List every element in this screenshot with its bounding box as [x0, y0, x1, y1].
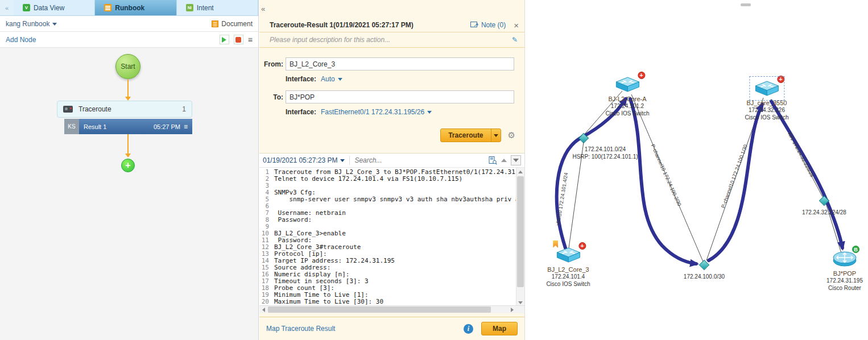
settings-gear-icon[interactable]: ⚙: [508, 130, 515, 140]
document-button[interactable]: Document: [212, 20, 253, 28]
to-label: To:: [263, 93, 283, 101]
tab-runbook-label: Runbook: [115, 4, 144, 12]
map-button[interactable]: Map: [481, 322, 518, 335]
path-core3550-to-pop: [771, 101, 842, 248]
horizontal-scrollbar[interactable]: [259, 305, 524, 313]
to-input[interactable]: [286, 90, 514, 103]
scroll-right-arrow[interactable]: [508, 306, 516, 313]
switch-icon: [555, 247, 581, 263]
traceroute-dropdown-button[interactable]: [491, 129, 501, 142]
router-icon: [832, 251, 857, 267]
device-icon-wrap[interactable]: +: [754, 80, 780, 98]
to-interface-label: Interface:: [286, 108, 316, 116]
tab-data-view[interactable]: V Data View: [14, 0, 95, 15]
play-icon: [222, 37, 226, 43]
to-interface-select[interactable]: FastEthernet0/1 172.24.31.195/26: [321, 108, 432, 116]
plus-badge[interactable]: +: [578, 242, 586, 250]
vertical-scroll-thumb[interactable]: [517, 176, 524, 287]
traceroute-path: [557, 99, 842, 264]
export-result-icon[interactable]: [489, 156, 497, 165]
network-label: 172.24.101.0/24HSRP: 100(172.24.101.1): [572, 146, 638, 160]
stop-icon: [235, 37, 241, 43]
intent-icon: NI: [186, 4, 193, 11]
device-icon-wrap[interactable]: +: [555, 247, 581, 265]
note-label: Note (0): [481, 21, 506, 29]
next-match-button[interactable]: [511, 155, 521, 165]
add-node-button[interactable]: Add Node: [6, 36, 36, 44]
topology-edges: [526, 0, 868, 340]
action-button-row: Traceroute ⚙: [259, 128, 524, 142]
device-node[interactable]: +BJ_L2_Core_3172.24.101.4Cisco IOS Switc…: [546, 247, 590, 288]
panel-title: Traceroute-Result 1(01/19/2021 05:27:17 …: [270, 21, 414, 29]
result-user-badge: KS: [64, 119, 79, 134]
chevron-down-icon: [427, 111, 432, 114]
topology-map[interactable]: +BJ-L2-Core-A172.24.101.2Cisco IOS Switc…: [526, 0, 868, 340]
device-ip: 172.24.101.2: [605, 102, 649, 110]
path-coreA-to-net100: [630, 99, 696, 264]
result-menu-icon[interactable]: ≡: [184, 123, 188, 131]
stop-button[interactable]: [234, 35, 243, 44]
scroll-left-arrow[interactable]: [259, 306, 267, 313]
console-line: 20Maximum Time to Live [30]: 30: [259, 298, 516, 305]
prev-match-icon[interactable]: [501, 159, 507, 162]
tab-runbook[interactable]: Runbook: [95, 0, 176, 15]
add-step-button[interactable]: +: [121, 159, 135, 172]
device-node[interactable]: BBJ*POP172.24.31.195Cisco Router: [826, 251, 863, 292]
result-timestamp-select[interactable]: 01/19/2021 05:27:23 PM: [263, 156, 345, 164]
runbook-name-select[interactable]: kang Runbook: [6, 20, 57, 28]
start-node[interactable]: Start: [115, 54, 140, 79]
from-input[interactable]: [286, 57, 514, 71]
runbook-name: kang Runbook: [6, 20, 49, 28]
console-line: 2Telnet to device 172.24.101.4 via FS1(1…: [259, 176, 516, 183]
info-icon[interactable]: i: [464, 324, 473, 334]
device-type: Cisco Router: [826, 284, 863, 292]
tab-intent-label: Intent: [197, 4, 214, 12]
flow-connector: [127, 80, 129, 97]
runbook-canvas[interactable]: Start Traceroute 1 KS Result 1 05:27 PM …: [0, 48, 258, 340]
search-input[interactable]: [354, 156, 489, 164]
horizontal-scroll-thumb[interactable]: [268, 306, 491, 313]
result-title: Result 1: [84, 123, 106, 130]
result-row[interactable]: KS Result 1 05:27 PM ≡: [64, 119, 192, 134]
traceroute-node[interactable]: Traceroute 1: [57, 101, 192, 118]
device-node[interactable]: +BJ-L2-Core-A172.24.101.2Cisco IOS Switc…: [605, 76, 649, 117]
panel-footer: Map Traceroute Result i Map: [259, 317, 524, 340]
device-icon-wrap[interactable]: +: [614, 76, 640, 94]
to-interface-value: FastEthernet0/1 172.24.31.195/26: [321, 108, 424, 116]
from-label: From:: [263, 60, 283, 68]
from-interface-select[interactable]: Auto: [321, 75, 342, 83]
device-icon-wrap[interactable]: B: [832, 251, 857, 269]
device-node[interactable]: +BJ_core_3550172.24.32.226Cisco IOS Swit…: [745, 80, 788, 121]
tabbar-collapse-icon[interactable]: «: [0, 0, 14, 15]
tab-intent[interactable]: NI Intent: [177, 0, 258, 15]
scroll-up-arrow[interactable]: [516, 168, 524, 176]
panel-header: Traceroute-Result 1(01/19/2021 05:27:17 …: [259, 18, 524, 32]
vertical-scrollbar[interactable]: [516, 168, 524, 306]
run-all-button[interactable]: [220, 35, 229, 44]
console-text: 1Traceroute from BJ_L2_Core_3 to BJ*POP.…: [259, 168, 516, 305]
switch-icon: [614, 76, 640, 93]
note-button[interactable]: Note (0): [470, 21, 506, 29]
map-traceroute-result-link[interactable]: Map Traceroute Result: [266, 325, 335, 333]
document-icon: [212, 20, 218, 27]
from-row: From:: [259, 57, 524, 71]
plus-badge[interactable]: +: [777, 76, 784, 83]
action-result-panel: « Traceroute-Result 1(01/19/2021 05:27:1…: [259, 0, 525, 340]
to-interface-row: Interface: FastEthernet0/1 172.24.31.195…: [286, 108, 524, 116]
console-output[interactable]: 1Traceroute from BJ_L2_Core_3 to BJ*POP.…: [259, 168, 524, 313]
close-icon[interactable]: ×: [514, 20, 519, 30]
traceroute-run-button[interactable]: Traceroute: [441, 129, 490, 142]
edit-pencil-icon[interactable]: ✎: [512, 36, 518, 44]
map-collapse-handle[interactable]: [741, 3, 751, 6]
description-row[interactable]: Please input description for this action…: [259, 32, 524, 48]
plus-badge[interactable]: +: [638, 72, 645, 79]
traceroute-node-icon: [63, 106, 73, 113]
runbook-menu-button[interactable]: ≡: [248, 35, 253, 44]
console-line: 5 snmp-server user snmpv3 snmpv3 v3 auth…: [259, 196, 516, 203]
device-type: Cisco IOS Switch: [546, 280, 590, 288]
status-badge[interactable]: B: [852, 246, 859, 253]
flow-arrow-icon: [125, 97, 131, 101]
chevron-down-icon: [513, 159, 519, 162]
panel-collapse-icon[interactable]: «: [261, 5, 265, 13]
chevron-down-icon: [338, 78, 342, 81]
